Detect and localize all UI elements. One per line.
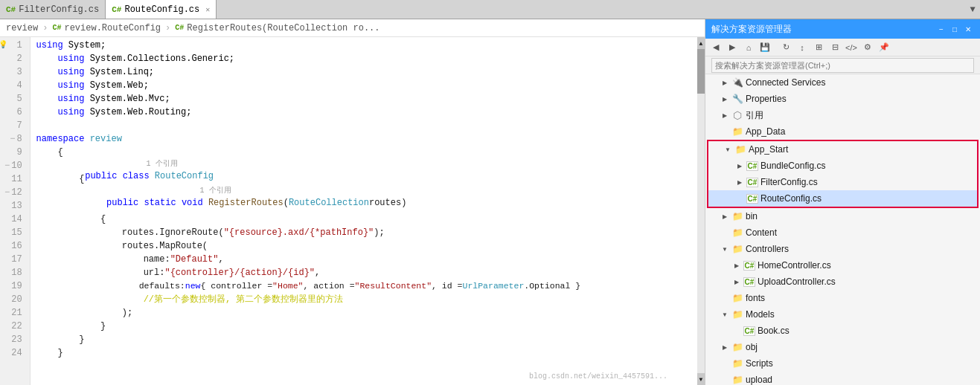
app-start-folder-icon: 📁 bbox=[734, 143, 746, 155]
models-label: Models bbox=[746, 309, 775, 320]
code-line-10: public class RouteConfig bbox=[36, 169, 697, 183]
se-expand-button[interactable]: ⊞ bbox=[811, 40, 826, 55]
line-num-15: 15 bbox=[4, 226, 25, 239]
tab-filterconfig[interactable]: C# FilterConfig.cs bbox=[0, 0, 106, 19]
code-line-15: routes.MapRoute( bbox=[31, 239, 697, 253]
se-forward-button[interactable]: ▶ bbox=[725, 40, 740, 55]
tree-item-obj[interactable]: ▶ 📁 obj bbox=[705, 339, 980, 355]
tab-routeconfig[interactable]: C# RouteConfig.cs ✕ bbox=[106, 0, 217, 19]
tree-item-controllers[interactable]: ▼ 📁 Controllers bbox=[705, 241, 980, 257]
line-num-5: 5 bbox=[4, 92, 25, 106]
line-num-13: 13 bbox=[4, 199, 25, 213]
se-title-bar: 解决方案资源管理器 − □ ✕ bbox=[705, 19, 980, 39]
code-line-19: //第一个参数控制器, 第二个参数控制器里的方法 bbox=[31, 293, 697, 306]
line-num-17: 17 bbox=[4, 253, 25, 266]
se-refresh-button[interactable]: ↻ bbox=[778, 40, 793, 55]
scroll-track[interactable] bbox=[697, 49, 705, 373]
breadcrumb-method[interactable]: C# RegisterRoutes(RouteCollection ro... bbox=[175, 23, 379, 33]
scroll-up-button[interactable]: ▲ bbox=[697, 37, 705, 49]
tree-item-scripts[interactable]: ▶ 📁 Scripts bbox=[705, 355, 980, 372]
tree-item-references[interactable]: ▶ ⬡ 引用 bbox=[705, 107, 980, 123]
breadcrumb-sep-2: › bbox=[165, 23, 170, 33]
code-line-5: using System.Web.Mvc; bbox=[31, 92, 697, 106]
line-num-7: 7 bbox=[4, 119, 25, 132]
scripts-folder-icon: 📁 bbox=[731, 358, 743, 369]
app-start-label: App_Start bbox=[749, 144, 788, 155]
filterconfig-icon: C# bbox=[746, 176, 758, 188]
se-collapse-button[interactable]: ⊟ bbox=[827, 40, 842, 55]
scripts-label: Scripts bbox=[746, 358, 773, 369]
breadcrumb-class-text: review.RouteConfig bbox=[64, 23, 161, 33]
tree-item-app-data[interactable]: ▶ 📁 App_Data bbox=[705, 123, 980, 140]
tree-arrow-obj: ▶ bbox=[720, 344, 729, 351]
cs-icon-active: C# bbox=[112, 5, 121, 14]
se-tree: ▶ 🔌 Connected Services ▶ 🔧 Properties ▶ … bbox=[705, 74, 980, 385]
line-num-21: 21 bbox=[4, 306, 25, 320]
se-back-button[interactable]: ◀ bbox=[708, 40, 723, 55]
code-line-9: { bbox=[31, 146, 697, 159]
se-title-actions: − □ ✕ bbox=[935, 23, 974, 35]
code-line-3: using System.Linq; bbox=[31, 65, 697, 79]
tree-item-upload[interactable]: ▶ 📁 upload bbox=[705, 372, 980, 385]
app-data-label: App_Data bbox=[746, 126, 785, 137]
line-num-16: 16 bbox=[4, 239, 25, 253]
homecontroller-label: HomeController.cs bbox=[758, 260, 831, 271]
tree-item-app-start[interactable]: ▼ 📁 App_Start bbox=[708, 141, 977, 158]
se-search-input[interactable] bbox=[711, 58, 974, 73]
tree-item-models[interactable]: ▼ 📁 Models bbox=[705, 306, 980, 323]
code-line-23: } bbox=[31, 346, 697, 360]
se-maximize-button[interactable]: □ bbox=[949, 23, 961, 35]
tab-dropdown-button[interactable]: ▼ bbox=[965, 4, 980, 15]
line-num-10: −10 bbox=[4, 159, 25, 172]
se-close-button[interactable]: ✕ bbox=[962, 23, 974, 35]
tree-item-properties[interactable]: ▶ 🔧 Properties bbox=[705, 91, 980, 107]
routeconfig-icon: C# bbox=[746, 192, 758, 204]
se-home-button[interactable]: ⌂ bbox=[741, 40, 756, 55]
tree-item-content[interactable]: ▶ 📁 Content bbox=[705, 224, 980, 241]
tree-item-filterconfig[interactable]: ▶ C# FilterConfig.cs bbox=[708, 174, 977, 190]
line-num-8: −8 bbox=[4, 132, 25, 146]
code-line-7 bbox=[31, 119, 697, 132]
tree-item-book[interactable]: ▶ C# Book.cs bbox=[705, 323, 980, 339]
scroll-down-button[interactable]: ▼ bbox=[697, 373, 705, 385]
code-line-2: using System.Collections.Generic; bbox=[31, 52, 697, 65]
breadcrumb-namespace[interactable]: review bbox=[6, 23, 38, 33]
code-editor: 💡1 2 3 4 5 6 7 −8 9 −10 11 −12 13 14 15 … bbox=[0, 37, 705, 385]
code-line-17: url: "{controller}/{action}/{id}", bbox=[31, 266, 697, 279]
bulb-icon: 💡 bbox=[0, 39, 7, 52]
code-content[interactable]: using System; using System.Collections.G… bbox=[31, 37, 697, 385]
se-settings-button[interactable]: ⚙ bbox=[860, 40, 875, 55]
tree-item-homecontroller[interactable]: ▶ C# HomeController.cs bbox=[705, 257, 980, 274]
tree-item-bin[interactable]: ▶ 📁 bin bbox=[705, 208, 980, 224]
properties-icon: 🔧 bbox=[731, 93, 743, 105]
se-save-button[interactable]: 💾 bbox=[758, 40, 772, 55]
tree-item-routeconfig[interactable]: ▶ C# RouteConfig.cs bbox=[708, 190, 977, 207]
tree-item-fonts[interactable]: ▶ 📁 fonts bbox=[705, 290, 980, 306]
content-folder-icon: 📁 bbox=[731, 227, 743, 239]
scroll-thumb[interactable] bbox=[697, 49, 705, 94]
uploadcontroller-label: UploadController.cs bbox=[758, 276, 836, 287]
se-sync-button[interactable]: ↕ bbox=[795, 40, 810, 55]
content-label: Content bbox=[746, 227, 777, 238]
line-num-9: 9 bbox=[4, 146, 25, 159]
tab-label-active: RouteConfig.cs bbox=[124, 4, 199, 15]
breadcrumb-bar: review › C# review.RouteConfig › C# Regi… bbox=[0, 19, 705, 37]
tree-arrow-filterconfig: ▶ bbox=[735, 179, 744, 186]
fonts-folder-icon: 📁 bbox=[731, 292, 743, 304]
app-data-folder-icon: 📁 bbox=[731, 126, 743, 138]
line-num-20: 20 bbox=[4, 293, 25, 306]
references-icon: ⬡ bbox=[731, 109, 743, 121]
se-code-button[interactable]: </> bbox=[844, 40, 859, 55]
se-pin-icon-button[interactable]: 📌 bbox=[877, 40, 891, 55]
code-line-22: } bbox=[31, 333, 697, 346]
se-pin-button[interactable]: − bbox=[935, 23, 947, 35]
fonts-label: fonts bbox=[746, 293, 765, 303]
tree-item-connected-services[interactable]: ▶ 🔌 Connected Services bbox=[705, 74, 980, 91]
tab-close-button[interactable]: ✕ bbox=[205, 5, 210, 14]
breadcrumb-class[interactable]: C# review.RouteConfig bbox=[52, 23, 161, 33]
tree-item-uploadcontroller[interactable]: ▶ C# UploadController.cs bbox=[705, 274, 980, 290]
tree-arrow-bin: ▶ bbox=[720, 213, 729, 220]
line-num-12: −12 bbox=[4, 186, 25, 199]
tree-item-bundleconfig[interactable]: ▶ C# BundleConfig.cs bbox=[708, 158, 977, 174]
editor-scrollbar[interactable]: ▲ ▼ bbox=[697, 37, 705, 385]
